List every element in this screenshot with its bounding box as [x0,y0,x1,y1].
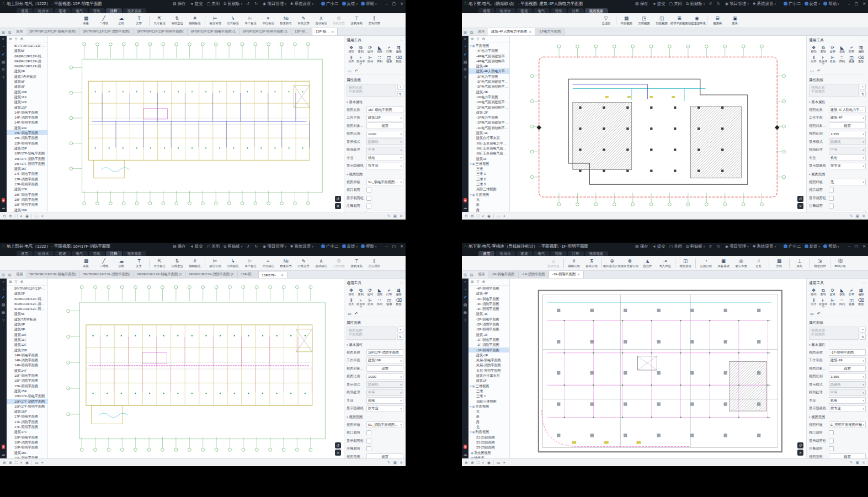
ribbon-button-text[interactable]: Т文字 [130,16,148,25]
library-icon[interactable]: ▤ [2,303,6,307]
tree-item[interactable]: 15F-照明平面图 [7,141,47,146]
filter-icon[interactable]: ▽ [476,280,479,284]
undo-button[interactable]: ↺ [246,2,251,6]
tree-item[interactable]: 17F-消防平面图 [7,419,47,424]
help-button[interactable]: 帮助▾ [823,1,839,7]
ribbon-tab-0[interactable]: 通用 [478,251,494,256]
ribbon-tab-3[interactable]: 电气 [72,8,88,13]
doc-tab-home[interactable]: 通用 [13,272,26,278]
workspace-icon[interactable]: ◔ [464,45,466,49]
field-select[interactable]: 按专业▾ [829,405,866,412]
close-window-button[interactable]: ✕ [400,2,403,6]
tool-array[interactable]: ∷阵列 [375,298,384,309]
field-select[interactable]: 中等▾ [366,147,403,153]
tool-extend-single[interactable]: ⊦延伸单个 [356,298,365,309]
tool-move[interactable]: ✥移动 [347,45,356,54]
swap-property-filter-button[interactable]: ⇅ [860,91,866,97]
tree-item[interactable]: 建筑-2F [468,110,509,115]
help-circle-icon[interactable]: ? [464,318,466,323]
field-settings-button[interactable]: 设置 [829,453,866,458]
tool-mirror[interactable]: ◫镜像 [385,298,394,309]
doc-tab[interactable]: -1F-弱电平面图 [488,271,518,278]
system-settings-button[interactable]: ✱系统设置▾ [290,1,313,7]
doc-tab[interactable]: 15F-照… [291,28,312,35]
tool-rotate[interactable]: ⟳旋转 [828,288,837,296]
tool-array[interactable]: ∷阵列 [375,55,384,66]
tree-item[interactable]: 建筑-3F [468,311,509,316]
user-account-button[interactable]: 广小二 [321,1,339,7]
locate-icon[interactable]: ⌖ [503,214,505,218]
tool-offset[interactable]: ⇶偏移 [856,288,866,296]
selection-box-tool-icon[interactable]: ▭ [810,69,814,73]
ribbon-tab-4[interactable]: 管线 [551,251,567,256]
property-filter-select[interactable]: 视图名称平面视图 [809,84,859,97]
tool-copy[interactable]: ⧉复制 [818,45,828,54]
tree-item[interactable]: -3F-照明平面图 [468,306,509,311]
field-select[interactable]: 隐藏线▾ [829,138,866,145]
ribbon-button-pipeline-settings[interactable]: ⚙管线设置 [330,16,348,25]
add-property-filter-button[interactable]: + [860,327,866,333]
tree-item[interactable]: -2F-照明平面图 [468,327,509,332]
tool-chamfer[interactable]: ◣倒角 [837,45,846,54]
ribbon-button-model-stretch[interactable]: ⇲模型拉伸 [811,259,829,268]
tree-item[interactable]: -2F电气留洞结构平面图 [468,105,509,110]
tool-align[interactable]: ⫴对齐 [347,298,356,309]
sync-check-icon[interactable]: ✔ [2,295,5,300]
tree-item[interactable]: -1F电力平面图 [468,115,509,120]
tool-copy[interactable]: ⧉复制 [356,288,365,296]
ribbon-tab-2[interactable]: 暖通 [516,251,532,256]
workspace-icon[interactable]: ◔ [464,287,466,292]
tree-item[interactable]: 建筑11F [7,337,47,342]
tree-item[interactable]: 18F-弱电平面图 [7,192,47,197]
ribbon-button-quantity-symbol[interactable]: №数量符号 [277,16,295,25]
field-checkbox[interactable] [366,196,371,201]
tool-break[interactable]: ⌿打断 [385,45,394,54]
field-select[interactable]: 机电▾ [829,154,866,161]
ribbon-button-annotate-manage[interactable]: ⊨标注管理 [206,16,224,25]
ribbon-tab-0[interactable]: 通用 [478,8,494,13]
tree-item[interactable]: -1F-消防平面图 [468,342,509,347]
visibility-icon[interactable]: ◉ [25,461,29,465]
ribbon-button-cloud-line[interactable]: ☁云线 [113,16,130,25]
field-checkbox[interactable] [366,446,371,451]
field-settings-button[interactable]: 设置 [366,211,403,212]
annotate-status-icon[interactable]: ✎ [850,214,853,218]
ribbon-button-project-coords[interactable]: ⊗项目坐标管理 [621,259,638,268]
field-settings-button[interactable]: 设置 [366,365,403,372]
close-view-status-icon[interactable]: ✕ [400,461,403,465]
doc-tab[interactable]: -1F-消防平面图 [519,271,549,278]
tree-item[interactable]: 三维 2 [468,177,509,181]
collapse-panel-icon[interactable]: » [464,280,466,284]
feedback-button[interactable]: 反馈▾ [342,244,358,249]
submit-button[interactable]: ◄提交 [652,1,665,7]
tree-item[interactable]: 建筑14F [7,125,47,130]
tree-item[interactable]: 建筑10F [7,332,47,337]
ribbon-button-parallel-annotate[interactable]: ≡平行标注 [259,259,277,268]
tree-item[interactable]: 南 [468,202,509,207]
tree-item[interactable]: -4F-照明平面图 [468,286,509,291]
light-mode-icon[interactable]: ◐ [20,214,23,218]
tree-settings-icon[interactable]: ⚙ [482,280,485,284]
tree-settings-icon[interactable]: ⚙ [20,280,23,284]
ribbon-button-riser-order[interactable]: ⫿立管排序 [365,16,383,25]
tool-rotate[interactable]: ⟳旋转 [828,45,837,54]
annotate-status-icon[interactable]: ✎ [387,214,391,218]
ribbon-tab-2[interactable]: 暖通 [516,8,532,13]
property-filter-select[interactable]: 视图名称平面视图 [347,84,396,97]
cloud-icon[interactable]: ☁ [2,206,6,210]
ribbon-button-pipeline-settings[interactable]: ⚙管线设置 [330,259,348,268]
field-select[interactable]: 建筑16F▾ [366,357,403,364]
tree-item[interactable]: 6F/8F/10F/12F-消防平… [7,58,47,63]
field-checkbox[interactable] [829,204,834,209]
annotate-status-icon[interactable]: ✎ [387,461,391,465]
ribbon-button-bim-manage[interactable]: ⒷBIM管理 [832,259,849,268]
tool-offset[interactable]: ⇶偏移 [394,45,403,54]
viewport-status-icon[interactable]: ▣ [393,461,397,465]
clipboard-button[interactable]: ⧉剪贴板▾ [223,1,242,7]
close-float-button[interactable]: ✕ [797,450,803,456]
tree-group[interactable]: ▾▣三维视图 [468,161,509,166]
ribbon-button-quantity-symbol[interactable]: №数量符号 [277,259,295,268]
section-caret-icon[interactable]: ▾ [347,173,348,176]
drawing-canvas[interactable]: ↺✕ [510,36,806,212]
ribbon-button-annotate-manage[interactable]: ⊨标注管理 [206,259,224,268]
